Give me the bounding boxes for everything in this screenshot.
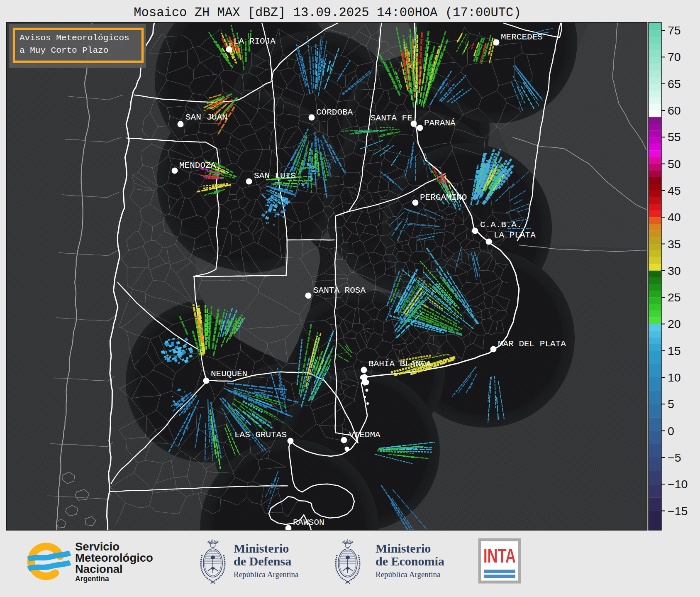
svg-text:PARANÁ: PARANÁ — [424, 118, 456, 128]
svg-text:MAR DEL PLATA: MAR DEL PLATA — [498, 339, 566, 349]
svg-text:SAN JUAN: SAN JUAN — [185, 113, 227, 122]
svg-text:República Argentina: República Argentina — [376, 570, 441, 579]
svg-text:40: 40 — [668, 210, 681, 224]
svg-text:LAS GRUTAS: LAS GRUTAS — [234, 430, 287, 440]
svg-text:C.A.B.A.: C.A.B.A. — [480, 220, 522, 230]
svg-text:5: 5 — [668, 397, 674, 411]
svg-text:Ministerio: Ministerio — [376, 541, 431, 555]
svg-text:SANTA FE: SANTA FE — [371, 113, 412, 123]
svg-text:a Muy Corto Plazo: a Muy Corto Plazo — [20, 46, 108, 55]
svg-text:de Economía: de Economía — [376, 554, 444, 568]
svg-text:Avisos Meteorológicos: Avisos Meteorológicos — [20, 33, 129, 43]
svg-text:25: 25 — [668, 291, 681, 304]
svg-text:Mosaico ZH MAX [dBZ] 13.09.202: Mosaico ZH MAX [dBZ] 13.09.2025 14:00HOA… — [134, 6, 521, 20]
svg-text:BAHÍA BLANCA: BAHÍA BLANCA — [368, 359, 432, 369]
svg-text:Argentina: Argentina — [75, 575, 109, 583]
svg-text:30: 30 — [668, 264, 681, 277]
svg-text:70: 70 — [668, 50, 681, 64]
svg-text:0: 0 — [668, 424, 674, 438]
svg-text:−5: −5 — [668, 451, 681, 464]
svg-text:NEUQUÉN: NEUQUÉN — [211, 369, 247, 379]
svg-text:50: 50 — [668, 157, 681, 171]
svg-text:MENDOZA: MENDOZA — [179, 161, 216, 170]
svg-text:−15: −15 — [668, 504, 688, 518]
svg-text:Ministerio: Ministerio — [234, 541, 289, 555]
svg-text:PERGAMINO: PERGAMINO — [420, 193, 467, 202]
svg-text:Nacional: Nacional — [75, 563, 123, 575]
svg-text:−10: −10 — [668, 477, 688, 491]
svg-text:15: 15 — [668, 344, 681, 357]
svg-text:35: 35 — [668, 237, 681, 251]
svg-text:55: 55 — [668, 130, 681, 144]
svg-text:República Argentina: República Argentina — [234, 570, 299, 579]
svg-text:60: 60 — [668, 104, 681, 117]
svg-text:de Defensa: de Defensa — [234, 554, 291, 568]
svg-text:RAWSON: RAWSON — [293, 518, 324, 527]
svg-text:20: 20 — [668, 317, 681, 330]
svg-text:65: 65 — [668, 77, 681, 91]
svg-text:SANTA ROSA: SANTA ROSA — [313, 286, 366, 295]
svg-text:MERCEDES: MERCEDES — [501, 32, 543, 42]
svg-text:VIEDMA: VIEDMA — [349, 430, 380, 440]
svg-text:45: 45 — [668, 184, 681, 197]
svg-text:INTA: INTA — [483, 545, 516, 567]
svg-text:10: 10 — [668, 371, 681, 384]
svg-text:75: 75 — [668, 24, 681, 37]
svg-text:LA PLATA: LA PLATA — [494, 230, 536, 240]
svg-text:SAN LUIS: SAN LUIS — [254, 171, 296, 181]
svg-text:LA RIOJA: LA RIOJA — [234, 37, 276, 46]
svg-text:CÓRDOBA: CÓRDOBA — [316, 108, 353, 117]
